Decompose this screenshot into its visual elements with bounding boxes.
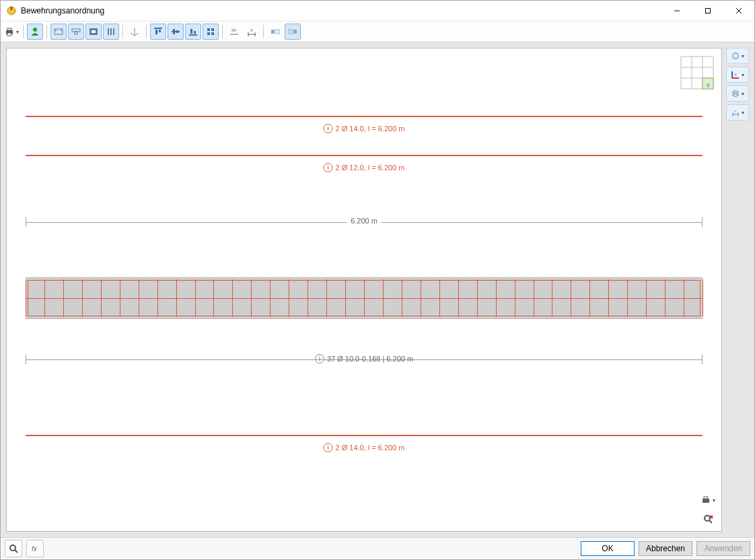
info-icon: i bbox=[315, 354, 324, 363]
info-icon: i bbox=[323, 443, 332, 452]
svg-marker-64 bbox=[732, 93, 739, 97]
side-toolbar: ▾ -y▾ ▾ x▾ bbox=[722, 48, 749, 532]
svg-rect-54 bbox=[704, 497, 708, 499]
align-grid-button[interactable] bbox=[203, 24, 219, 40]
svg-marker-59 bbox=[733, 53, 738, 59]
svg-rect-53 bbox=[703, 499, 709, 503]
zoom-reset-button[interactable] bbox=[698, 511, 717, 527]
svg-rect-28 bbox=[176, 30, 178, 33]
window-minimize-button[interactable] bbox=[661, 1, 692, 21]
rebar-top-2-line bbox=[26, 155, 703, 156]
window-title: Bewehrungsanordnung bbox=[21, 6, 661, 15]
cancel-button[interactable]: Abbrechen bbox=[639, 541, 692, 556]
svg-text:xx: xx bbox=[231, 28, 237, 32]
svg-line-56 bbox=[709, 520, 712, 523]
svg-rect-3 bbox=[706, 9, 711, 13]
svg-text:fx: fx bbox=[32, 545, 38, 553]
svg-rect-32 bbox=[207, 28, 210, 31]
svg-point-55 bbox=[705, 516, 710, 521]
svg-point-11 bbox=[55, 30, 57, 31]
rebar-top-1-line bbox=[26, 116, 703, 117]
svg-text:-y: -y bbox=[733, 72, 737, 76]
info-icon: i bbox=[323, 124, 332, 133]
svg-rect-8 bbox=[7, 33, 11, 36]
svg-rect-27 bbox=[173, 29, 175, 34]
stirrups-elevation bbox=[26, 277, 703, 319]
svg-rect-24 bbox=[155, 30, 157, 34]
svg-rect-17 bbox=[108, 28, 109, 35]
svg-rect-43 bbox=[276, 30, 279, 34]
svg-rect-14 bbox=[75, 32, 77, 34]
svg-rect-35 bbox=[211, 32, 214, 35]
section-filled-button[interactable] bbox=[85, 24, 102, 40]
dimension-x-button[interactable]: x bbox=[244, 24, 260, 40]
rebar-bottom-label: i 2 Ø 14.0, l = 6.200 m bbox=[323, 443, 404, 452]
svg-point-69 bbox=[10, 545, 15, 551]
drawing-canvas[interactable]: -y i 2 Ø 14.0, l = 6.200 m i 2 Ø 12.0, l… bbox=[6, 48, 722, 532]
svg-rect-18 bbox=[110, 28, 112, 35]
rebar-top-2-label: i 2 Ø 12.0, l = 6.200 m bbox=[323, 163, 404, 172]
svg-rect-31 bbox=[194, 31, 196, 34]
section-bars-button[interactable] bbox=[103, 24, 119, 40]
svg-rect-33 bbox=[211, 28, 214, 31]
svg-rect-34 bbox=[207, 32, 210, 35]
apply-button[interactable]: Anwenden bbox=[696, 541, 750, 556]
rebar-top-1-label: i 2 Ø 14.0, l = 6.200 m bbox=[323, 124, 404, 133]
print-button[interactable]: ▾ bbox=[3, 24, 20, 40]
svg-rect-30 bbox=[190, 29, 192, 34]
section-t-button[interactable] bbox=[68, 24, 84, 40]
align-middle-button[interactable] bbox=[168, 24, 184, 40]
function-info-button[interactable]: fx bbox=[26, 540, 44, 557]
svg-text:x: x bbox=[734, 109, 736, 113]
svg-line-21 bbox=[131, 33, 135, 36]
dimension-stirrups-label: i 37 Ø 10.0-0.168 | 6.200 m bbox=[315, 354, 413, 363]
svg-rect-42 bbox=[271, 30, 275, 34]
print-view-button[interactable]: ▾ bbox=[698, 492, 717, 508]
view-dimension-button[interactable]: x▾ bbox=[726, 104, 749, 120]
window-close-button[interactable] bbox=[723, 1, 754, 21]
rebar-bottom-line bbox=[26, 435, 703, 436]
section-rect-button[interactable] bbox=[50, 24, 67, 40]
info-icon: i bbox=[323, 163, 332, 172]
svg-rect-7 bbox=[7, 28, 11, 30]
workspace: -y i 2 Ø 14.0, l = 6.200 m i 2 Ø 12.0, l… bbox=[1, 42, 754, 537]
svg-text:x: x bbox=[250, 28, 253, 32]
svg-rect-45 bbox=[293, 30, 297, 34]
axis-toggle-button[interactable] bbox=[127, 24, 143, 40]
ok-button[interactable]: OK bbox=[581, 541, 635, 556]
spacing-left-button[interactable] bbox=[267, 24, 283, 40]
svg-line-70 bbox=[15, 550, 17, 553]
dialog-footer: fx OK Abbrechen Anwenden bbox=[1, 537, 754, 559]
help-button[interactable] bbox=[5, 540, 22, 557]
user-view-button[interactable] bbox=[27, 24, 43, 40]
window-titlebar: Bewehrungsanordnung bbox=[1, 1, 754, 22]
svg-point-12 bbox=[61, 30, 62, 31]
svg-rect-1 bbox=[11, 7, 12, 10]
svg-rect-13 bbox=[72, 29, 80, 32]
svg-rect-44 bbox=[289, 30, 292, 34]
svg-rect-16 bbox=[92, 30, 96, 33]
spacing-right-button[interactable] bbox=[285, 24, 301, 40]
view-axes-button[interactable]: -y▾ bbox=[726, 67, 749, 83]
main-toolbar: ▾ xx x bbox=[1, 22, 754, 42]
dimension-span-label: 6.200 m bbox=[347, 217, 382, 225]
view-3d-button[interactable]: ▾ bbox=[726, 48, 749, 64]
window-maximize-button[interactable] bbox=[692, 1, 723, 21]
align-top-button[interactable] bbox=[150, 24, 166, 40]
svg-line-22 bbox=[135, 33, 139, 36]
view-layers-button[interactable]: ▾ bbox=[726, 85, 749, 102]
svg-point-9 bbox=[33, 28, 37, 32]
dimension-xx-button[interactable]: xx bbox=[226, 24, 242, 40]
app-icon bbox=[6, 5, 17, 16]
svg-rect-19 bbox=[113, 28, 114, 35]
svg-rect-25 bbox=[159, 30, 161, 32]
align-bottom-button[interactable] bbox=[185, 24, 201, 40]
